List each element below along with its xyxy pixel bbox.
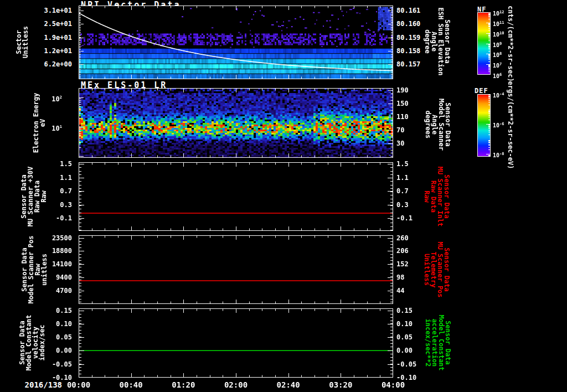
colorbar-nf-unit-label-text: cnts/(cm**2-sr-sec) xyxy=(507,6,514,81)
panel-canvas-model-constant-velocity xyxy=(79,308,393,378)
xaxis-tick-2: 01:20 xyxy=(160,380,207,389)
panel3-left-tick-3: 0.3 xyxy=(0,201,72,209)
colorbar-def-tick-2: 10-8 xyxy=(493,151,504,157)
xaxis-tick-6: 04:00 xyxy=(370,380,416,389)
panel1-right-tick-1: 80.160 xyxy=(396,20,420,28)
panel5-right-tick-0: 0.15 xyxy=(396,307,413,314)
panel4-right-tick-4: 44 xyxy=(396,287,404,295)
panel1-right-axis-label-text: Sensor DataESH Sun ElevationAngledegree xyxy=(424,8,451,76)
panel4-left-tick-0: 23500 xyxy=(0,234,72,242)
colorbar-nf-tick-1: 1011 xyxy=(493,19,504,26)
panel-canvas-model-scanner-pos xyxy=(79,235,393,304)
panel2-right-tick-3: 70 xyxy=(396,126,404,134)
colorbar-def-unit-label: ergs/(cm**2-sr-sec-eV) xyxy=(450,64,567,186)
panel3-right-tick-4: -0.1 xyxy=(396,214,413,222)
panel4-right-tick-3: 98 xyxy=(396,274,404,281)
panel4-left-tick-3: 9400 xyxy=(0,274,72,281)
panel3-left-tick-2: 0.7 xyxy=(0,187,72,195)
panel3-right-tick-3: 0.3 xyxy=(396,201,409,209)
panel4-right-axis-label: Sensor DataMU Scanner PosTelemetryUnitle… xyxy=(376,209,498,331)
panel1-left-tick-4: 6.2e+00 xyxy=(0,60,72,68)
panel5-left-tick-2: 0.05 xyxy=(0,333,72,341)
panel4-left-tick-2: 14100 xyxy=(0,260,72,268)
date-label: 2016/138 xyxy=(9,380,62,389)
xaxis-tick-3: 02:00 xyxy=(213,380,259,389)
panel-canvas-mu-scanner-30v xyxy=(79,162,393,231)
panel4-left-tick-4: 4700 xyxy=(0,287,72,295)
xaxis-tick-4: 02:40 xyxy=(265,380,312,389)
xaxis-tick-0: 00:00 xyxy=(55,380,102,389)
panel5-right-axis-label: Sensor DataModel Constantaccelerationinc… xyxy=(377,282,499,392)
colorbar-nf-unit-label: cnts/(cm**2-sr-sec) xyxy=(450,0,567,105)
panel3-left-tick-4: -0.1 xyxy=(0,214,72,222)
panel2-right-tick-0: 190 xyxy=(396,86,409,94)
panel2-left-tick-0: 102 xyxy=(0,94,62,101)
panel1-right-tick-3: 80.158 xyxy=(396,47,420,55)
panel5-left-tick-4: -0.05 xyxy=(0,360,72,368)
panel3-right-tick-2: 0.7 xyxy=(396,187,409,195)
panel5-right-tick-3: 0.00 xyxy=(396,347,413,354)
panel5-right-tick-4: -0.05 xyxy=(396,360,416,368)
panel3-right-tick-0: 1.5 xyxy=(396,160,409,168)
panel5-left-tick-0: 0.15 xyxy=(0,307,72,314)
colorbar-nf-tick-2: 1010 xyxy=(493,30,504,37)
panel4-right-tick-0: 260 xyxy=(396,234,409,242)
colorbar-nf-tick-4: 108 xyxy=(493,50,502,57)
panel-canvas-mex-els-01-lr xyxy=(79,88,393,158)
panel5-right-axis-label-text: Sensor DataModel Constantaccelerationinc… xyxy=(425,314,451,370)
panel3-left-tick-1: 1.1 xyxy=(0,174,72,182)
panel5-left-tick-1: 0.10 xyxy=(0,320,72,328)
panel2-right-tick-1: 150 xyxy=(396,100,409,107)
panel1-left-tick-2: 1.9e+01 xyxy=(0,34,72,42)
panel1-left-tick-1: 2.5e+01 xyxy=(0,20,72,28)
panel5-right-tick-2: 0.05 xyxy=(396,333,413,341)
xaxis-tick-1: 00:40 xyxy=(108,380,154,389)
colorbar-def-title: DEF xyxy=(475,87,488,95)
panel3-right-tick-1: 1.1 xyxy=(396,174,409,182)
xaxis-tick-5: 03:20 xyxy=(317,380,364,389)
colorbar-def-tick-1: 10-6 xyxy=(493,121,504,127)
colorbar-nf-tick-6: 106 xyxy=(493,71,502,78)
panel5-left-tick-3: 0.00 xyxy=(0,347,72,354)
panel4-right-tick-1: 206 xyxy=(396,247,409,255)
colorbar-def xyxy=(477,94,491,157)
panel5-right-tick-1: 0.10 xyxy=(396,320,413,328)
colorbar-nf-tick-0: 1012 xyxy=(493,9,504,16)
panel1-right-tick-0: 80.161 xyxy=(396,7,420,14)
panel1-left-tick-3: 1.2e+01 xyxy=(0,47,72,55)
colorbar-nf-tick-3: 109 xyxy=(493,40,502,47)
panel1-right-tick-4: 80.157 xyxy=(396,60,420,68)
panel3-right-axis-label-text: Sensor DataMU Scanner InltRaw DataRaw xyxy=(424,167,450,226)
panel4-right-tick-2: 152 xyxy=(396,260,409,268)
panel1-right-tick-2: 80.159 xyxy=(396,34,420,42)
panel2-left-tick-1: 101 xyxy=(0,123,62,131)
panel-canvas-npi-vector-data xyxy=(79,6,393,79)
panel2-right-axis-label-text: Sensor DataModel ScannerAngledegrees xyxy=(425,99,451,151)
colorbar-def-unit-label-text: ergs/(cm**2-sr-sec-eV) xyxy=(507,81,514,169)
panel2-right-tick-2: 110 xyxy=(396,113,409,121)
colorbar-def-tick-0: 10-4 xyxy=(493,91,504,97)
tplot-display: NPI Vector Data MEx ELS-01 LR NF DEF 201… xyxy=(0,0,567,392)
panel4-right-axis-label-text: Sensor DataMU Scanner PosTelemetryUnitle… xyxy=(424,241,450,297)
colorbar-nf-tick-5: 107 xyxy=(493,61,502,68)
panel4-left-tick-1: 18800 xyxy=(0,247,72,255)
panel2-right-tick-4: 30 xyxy=(396,140,404,147)
panel3-left-tick-0: 1.5 xyxy=(0,160,72,168)
panel1-left-tick-0: 3.1e+01 xyxy=(0,7,72,14)
colorbar-nf xyxy=(477,12,491,75)
